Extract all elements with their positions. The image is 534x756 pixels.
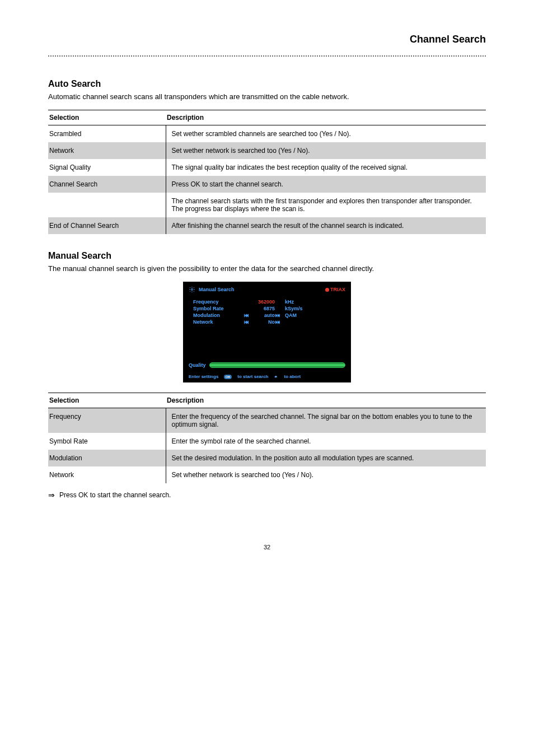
page-header-title: Channel Search: [48, 34, 486, 45]
row-label: Modulation: [48, 450, 166, 466]
table-row: Frequency Enter the frequency of the sea…: [48, 408, 486, 433]
osd-row-modulation: Modulation ⏮ auto ⏭ QAM: [193, 312, 345, 319]
table-row: Scrambled Set wether scrambled channels …: [48, 125, 486, 143]
row-desc: After finishing the channel search the r…: [166, 217, 486, 234]
row-desc: Enter the frequency of the searched chan…: [166, 408, 486, 433]
page: Channel Search Auto Search Automatic cha…: [0, 0, 534, 573]
col-header-selection: Selection: [48, 110, 166, 125]
osd-row-unit: kSym/s: [280, 306, 306, 311]
note-text: Press OK to start the channel search.: [59, 491, 171, 499]
osd-row-value: auto: [249, 312, 275, 318]
row-label: Network: [48, 142, 166, 159]
svg-point-0: [191, 289, 193, 291]
auto-search-title: Auto Search: [48, 79, 486, 89]
manual-search-title: Manual Search: [48, 251, 486, 261]
row-desc: Set whether network is searched too (Yes…: [166, 466, 486, 483]
row-desc: Enter the symbol rate of the searched ch…: [166, 433, 486, 450]
row-label: [48, 193, 166, 217]
row-label: Channel Search: [48, 176, 166, 193]
osd-row-value: No: [249, 319, 275, 325]
col-header-selection: Selection: [48, 393, 166, 408]
row-label: Scrambled: [48, 125, 166, 143]
gear-icon: [189, 286, 195, 293]
table-row: Signal Quality The signal quality bar in…: [48, 159, 486, 176]
row-label: Symbol Rate: [48, 433, 166, 450]
back-arrow-icon: [274, 374, 278, 379]
table-row: Modulation Set the desired modulation. I…: [48, 450, 486, 466]
col-header-description: Description: [166, 393, 486, 408]
row-desc: The channel search starts with the first…: [166, 193, 486, 217]
table-row: Network Set wether network is searched t…: [48, 142, 486, 159]
manual-search-table: Selection Description Frequency Enter th…: [48, 393, 486, 483]
quality-label: Quality: [189, 362, 206, 368]
footer-enter: Enter settings: [189, 374, 218, 379]
brand-text: TRIAX: [330, 287, 345, 292]
osd-row-unit: kHz: [280, 299, 306, 305]
osd-row-label: Modulation: [193, 312, 243, 318]
note-line: ⇒ Press OK to start the channel search.: [48, 491, 486, 499]
row-desc: Set wether scrambled channels are search…: [166, 125, 486, 143]
left-arrow-icon: ⏮: [243, 312, 249, 318]
right-double-arrow-icon: ⇒: [48, 491, 55, 499]
osd-row-network: Network ⏮ No ⏭: [193, 319, 345, 325]
osd-row-symbolrate: Symbol Rate 6875 kSym/s: [193, 305, 345, 312]
col-header-description: Description: [166, 110, 486, 125]
table-row: Symbol Rate Enter the symbol rate of the…: [48, 433, 486, 450]
left-arrow-icon: ⏮: [243, 319, 249, 325]
row-desc: Set wether network is searched too (Yes …: [166, 142, 486, 159]
osd-row-value: 6875: [249, 306, 275, 311]
osd-row-frequency: Frequency 362000 kHz: [193, 298, 345, 305]
right-arrow-icon: ⏭: [275, 312, 280, 318]
row-label: Network: [48, 466, 166, 483]
auto-search-table: Selection Description Scrambled Set weth…: [48, 110, 486, 234]
osd-screenshot: Manual Search TRIAX Frequency 362000 kHz…: [48, 282, 486, 382]
osd-row-value: 362000: [249, 299, 275, 305]
footer-abort: to abort: [284, 374, 301, 379]
osd-row-label: Symbol Rate: [193, 306, 243, 311]
table-row: Channel Search Press OK to start the cha…: [48, 176, 486, 193]
osd-quality-bar: Quality: [189, 362, 345, 368]
dotted-rule: [48, 55, 486, 57]
auto-search-subtitle: Automatic channel search scans all trans…: [48, 92, 486, 101]
osd-row-label: Frequency: [193, 299, 243, 305]
table-row: Network Set whether network is searched …: [48, 466, 486, 483]
table-row: End of Channel Search After finishing th…: [48, 217, 486, 234]
right-arrow-icon: ⏭: [275, 319, 280, 325]
osd-row-unit: QAM: [280, 312, 306, 318]
page-number: 32: [48, 544, 486, 550]
osd-title: Manual Search: [199, 287, 235, 292]
row-label: Signal Quality: [48, 159, 166, 176]
row-desc: The signal quality bar indicates the bes…: [166, 159, 486, 176]
row-label: Frequency: [48, 408, 166, 433]
row-label: End of Channel Search: [48, 217, 166, 234]
osd-footer: Enter settings OK to start search to abo…: [189, 374, 345, 379]
manual-search-subtitle: The manual channel search is given the p…: [48, 264, 486, 273]
footer-start: to start search: [237, 374, 268, 379]
brand-dot-icon: [325, 288, 329, 292]
table-row: The channel search starts with the first…: [48, 193, 486, 217]
osd-row-label: Network: [193, 319, 243, 325]
row-desc: Press OK to start the channel search.: [166, 176, 486, 193]
quality-progress: [209, 362, 345, 368]
osd-panel: Manual Search TRIAX Frequency 362000 kHz…: [183, 282, 351, 382]
row-desc: Set the desired modulation. In the posit…: [166, 450, 486, 466]
ok-button-icon: OK: [224, 375, 232, 379]
brand-logo: TRIAX: [325, 287, 345, 292]
